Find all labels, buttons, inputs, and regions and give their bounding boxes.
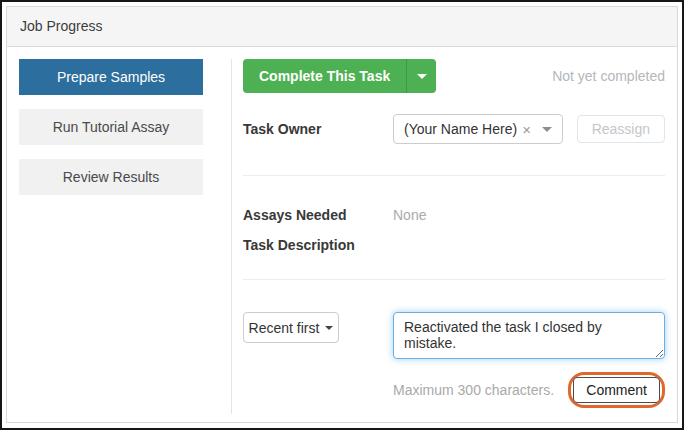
complete-task-dropdown-toggle[interactable] — [406, 59, 436, 93]
max-characters-hint: Maximum 300 characters. — [393, 382, 554, 398]
chevron-down-icon — [325, 326, 333, 330]
tab-review-results[interactable]: Review Results — [19, 159, 203, 195]
comment-sort-dropdown[interactable]: Recent first — [243, 312, 339, 343]
complete-task-split-button: Complete This Task — [243, 59, 436, 93]
screenshot-frame: Job Progress Prepare Samples Run Tutoria… — [0, 0, 684, 430]
comment-sort-label: Recent first — [249, 320, 320, 336]
reassign-button[interactable]: Reassign — [577, 115, 665, 143]
completion-status-text: Not yet completed — [552, 68, 665, 84]
panel-body: Prepare Samples Run Tutorial Assay Revie… — [7, 47, 677, 422]
assays-needed-label: Assays Needed — [243, 207, 393, 223]
task-owner-select[interactable]: (Your Name Here) × — [393, 114, 563, 144]
comment-submit-button[interactable]: Comment — [573, 377, 660, 403]
tab-prepare-samples[interactable]: Prepare Samples — [19, 59, 203, 95]
task-actions-row: Complete This Task Not yet completed — [243, 59, 665, 93]
tab-label: Review Results — [63, 169, 159, 185]
comment-entry-row: Recent first Reactivated the task I clos… — [243, 312, 665, 359]
comment-footer-row: Maximum 300 characters. Comment — [393, 372, 665, 408]
annotation-highlight-ring: Comment — [568, 372, 665, 408]
chevron-down-icon — [417, 74, 427, 79]
panel-title: Job Progress — [7, 7, 677, 47]
task-description-label: Task Description — [243, 237, 393, 253]
complete-task-button[interactable]: Complete This Task — [243, 59, 406, 93]
task-owner-row: Task Owner (Your Name Here) × Reassign — [243, 114, 665, 144]
assays-needed-row: Assays Needed None — [243, 207, 665, 223]
comment-sort-column: Recent first — [243, 312, 393, 343]
job-progress-panel: Job Progress Prepare Samples Run Tutoria… — [6, 6, 678, 423]
task-owner-value: (Your Name Here) — [404, 121, 517, 137]
clear-selection-icon[interactable]: × — [522, 122, 531, 137]
task-detail-content: Complete This Task Not yet completed Tas… — [231, 59, 665, 414]
tab-label: Prepare Samples — [57, 69, 165, 85]
task-owner-label: Task Owner — [243, 121, 393, 137]
comment-textarea[interactable]: Reactivated the task I closed by mistake… — [393, 312, 665, 359]
task-description-row: Task Description — [243, 237, 665, 253]
section-divider — [243, 175, 665, 176]
task-tabs-sidebar: Prepare Samples Run Tutorial Assay Revie… — [19, 59, 203, 414]
section-divider — [243, 279, 665, 280]
assays-needed-value: None — [393, 207, 426, 223]
tab-run-tutorial-assay[interactable]: Run Tutorial Assay — [19, 109, 203, 145]
chevron-down-icon — [542, 127, 552, 132]
tab-label: Run Tutorial Assay — [53, 119, 170, 135]
